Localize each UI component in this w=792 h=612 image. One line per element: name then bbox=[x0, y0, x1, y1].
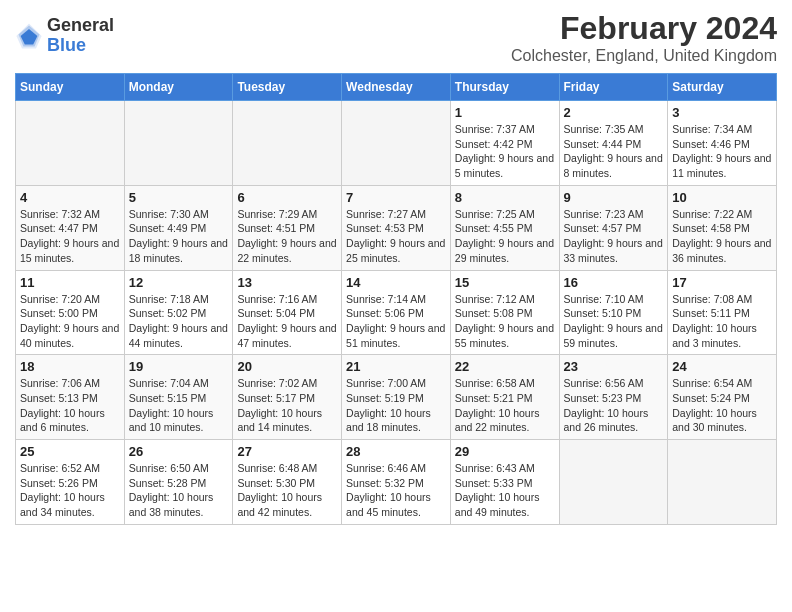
calendar-cell: 17Sunrise: 7:08 AM Sunset: 5:11 PM Dayli… bbox=[668, 270, 777, 355]
calendar-cell bbox=[233, 101, 342, 186]
calendar-cell: 13Sunrise: 7:16 AM Sunset: 5:04 PM Dayli… bbox=[233, 270, 342, 355]
calendar-cell: 12Sunrise: 7:18 AM Sunset: 5:02 PM Dayli… bbox=[124, 270, 233, 355]
page-header: General Blue February 2024 Colchester, E… bbox=[15, 10, 777, 65]
calendar-cell: 10Sunrise: 7:22 AM Sunset: 4:58 PM Dayli… bbox=[668, 185, 777, 270]
week-row-2: 11Sunrise: 7:20 AM Sunset: 5:00 PM Dayli… bbox=[16, 270, 777, 355]
header-cell-thursday: Thursday bbox=[450, 74, 559, 101]
logo-general: General bbox=[47, 16, 114, 36]
cell-info: Sunrise: 7:04 AM Sunset: 5:15 PM Dayligh… bbox=[129, 376, 229, 435]
cell-info: Sunrise: 7:32 AM Sunset: 4:47 PM Dayligh… bbox=[20, 207, 120, 266]
calendar-cell: 18Sunrise: 7:06 AM Sunset: 5:13 PM Dayli… bbox=[16, 355, 125, 440]
cell-info: Sunrise: 6:43 AM Sunset: 5:33 PM Dayligh… bbox=[455, 461, 555, 520]
header-cell-friday: Friday bbox=[559, 74, 668, 101]
calendar-cell: 22Sunrise: 6:58 AM Sunset: 5:21 PM Dayli… bbox=[450, 355, 559, 440]
week-row-3: 18Sunrise: 7:06 AM Sunset: 5:13 PM Dayli… bbox=[16, 355, 777, 440]
cell-day-number: 23 bbox=[564, 359, 664, 374]
cell-info: Sunrise: 6:54 AM Sunset: 5:24 PM Dayligh… bbox=[672, 376, 772, 435]
cell-info: Sunrise: 7:30 AM Sunset: 4:49 PM Dayligh… bbox=[129, 207, 229, 266]
cell-day-number: 10 bbox=[672, 190, 772, 205]
calendar-table: SundayMondayTuesdayWednesdayThursdayFrid… bbox=[15, 73, 777, 525]
calendar-cell: 15Sunrise: 7:12 AM Sunset: 5:08 PM Dayli… bbox=[450, 270, 559, 355]
logo-icon bbox=[15, 22, 43, 50]
logo: General Blue bbox=[15, 16, 114, 56]
calendar-cell: 27Sunrise: 6:48 AM Sunset: 5:30 PM Dayli… bbox=[233, 440, 342, 525]
cell-day-number: 19 bbox=[129, 359, 229, 374]
cell-info: Sunrise: 7:37 AM Sunset: 4:42 PM Dayligh… bbox=[455, 122, 555, 181]
cell-day-number: 4 bbox=[20, 190, 120, 205]
cell-info: Sunrise: 6:56 AM Sunset: 5:23 PM Dayligh… bbox=[564, 376, 664, 435]
calendar-cell: 21Sunrise: 7:00 AM Sunset: 5:19 PM Dayli… bbox=[342, 355, 451, 440]
cell-info: Sunrise: 6:58 AM Sunset: 5:21 PM Dayligh… bbox=[455, 376, 555, 435]
calendar-cell: 1Sunrise: 7:37 AM Sunset: 4:42 PM Daylig… bbox=[450, 101, 559, 186]
cell-day-number: 20 bbox=[237, 359, 337, 374]
cell-day-number: 15 bbox=[455, 275, 555, 290]
cell-info: Sunrise: 7:00 AM Sunset: 5:19 PM Dayligh… bbox=[346, 376, 446, 435]
calendar-cell: 5Sunrise: 7:30 AM Sunset: 4:49 PM Daylig… bbox=[124, 185, 233, 270]
cell-info: Sunrise: 7:22 AM Sunset: 4:58 PM Dayligh… bbox=[672, 207, 772, 266]
cell-day-number: 28 bbox=[346, 444, 446, 459]
calendar-cell: 29Sunrise: 6:43 AM Sunset: 5:33 PM Dayli… bbox=[450, 440, 559, 525]
header-cell-tuesday: Tuesday bbox=[233, 74, 342, 101]
calendar-cell: 24Sunrise: 6:54 AM Sunset: 5:24 PM Dayli… bbox=[668, 355, 777, 440]
cell-info: Sunrise: 7:06 AM Sunset: 5:13 PM Dayligh… bbox=[20, 376, 120, 435]
cell-day-number: 8 bbox=[455, 190, 555, 205]
calendar-cell: 23Sunrise: 6:56 AM Sunset: 5:23 PM Dayli… bbox=[559, 355, 668, 440]
page-title: February 2024 bbox=[511, 10, 777, 47]
cell-day-number: 22 bbox=[455, 359, 555, 374]
cell-day-number: 26 bbox=[129, 444, 229, 459]
calendar-cell: 8Sunrise: 7:25 AM Sunset: 4:55 PM Daylig… bbox=[450, 185, 559, 270]
calendar-cell: 6Sunrise: 7:29 AM Sunset: 4:51 PM Daylig… bbox=[233, 185, 342, 270]
logo-text: General Blue bbox=[47, 16, 114, 56]
cell-day-number: 18 bbox=[20, 359, 120, 374]
header-row: SundayMondayTuesdayWednesdayThursdayFrid… bbox=[16, 74, 777, 101]
cell-info: Sunrise: 7:08 AM Sunset: 5:11 PM Dayligh… bbox=[672, 292, 772, 351]
cell-day-number: 17 bbox=[672, 275, 772, 290]
header-cell-wednesday: Wednesday bbox=[342, 74, 451, 101]
header-cell-sunday: Sunday bbox=[16, 74, 125, 101]
cell-day-number: 2 bbox=[564, 105, 664, 120]
calendar-cell: 20Sunrise: 7:02 AM Sunset: 5:17 PM Dayli… bbox=[233, 355, 342, 440]
calendar-header: SundayMondayTuesdayWednesdayThursdayFrid… bbox=[16, 74, 777, 101]
calendar-cell: 9Sunrise: 7:23 AM Sunset: 4:57 PM Daylig… bbox=[559, 185, 668, 270]
calendar-cell: 11Sunrise: 7:20 AM Sunset: 5:00 PM Dayli… bbox=[16, 270, 125, 355]
calendar-cell: 4Sunrise: 7:32 AM Sunset: 4:47 PM Daylig… bbox=[16, 185, 125, 270]
cell-day-number: 12 bbox=[129, 275, 229, 290]
cell-info: Sunrise: 7:02 AM Sunset: 5:17 PM Dayligh… bbox=[237, 376, 337, 435]
cell-info: Sunrise: 7:34 AM Sunset: 4:46 PM Dayligh… bbox=[672, 122, 772, 181]
calendar-cell: 19Sunrise: 7:04 AM Sunset: 5:15 PM Dayli… bbox=[124, 355, 233, 440]
calendar-cell: 26Sunrise: 6:50 AM Sunset: 5:28 PM Dayli… bbox=[124, 440, 233, 525]
calendar-cell: 3Sunrise: 7:34 AM Sunset: 4:46 PM Daylig… bbox=[668, 101, 777, 186]
calendar-cell: 14Sunrise: 7:14 AM Sunset: 5:06 PM Dayli… bbox=[342, 270, 451, 355]
page-subtitle: Colchester, England, United Kingdom bbox=[511, 47, 777, 65]
cell-day-number: 16 bbox=[564, 275, 664, 290]
cell-day-number: 11 bbox=[20, 275, 120, 290]
cell-info: Sunrise: 7:27 AM Sunset: 4:53 PM Dayligh… bbox=[346, 207, 446, 266]
calendar-cell: 25Sunrise: 6:52 AM Sunset: 5:26 PM Dayli… bbox=[16, 440, 125, 525]
cell-day-number: 21 bbox=[346, 359, 446, 374]
cell-info: Sunrise: 7:23 AM Sunset: 4:57 PM Dayligh… bbox=[564, 207, 664, 266]
header-cell-monday: Monday bbox=[124, 74, 233, 101]
cell-day-number: 1 bbox=[455, 105, 555, 120]
cell-day-number: 13 bbox=[237, 275, 337, 290]
cell-info: Sunrise: 7:18 AM Sunset: 5:02 PM Dayligh… bbox=[129, 292, 229, 351]
cell-info: Sunrise: 7:20 AM Sunset: 5:00 PM Dayligh… bbox=[20, 292, 120, 351]
cell-day-number: 25 bbox=[20, 444, 120, 459]
calendar-cell bbox=[342, 101, 451, 186]
cell-day-number: 14 bbox=[346, 275, 446, 290]
cell-info: Sunrise: 6:48 AM Sunset: 5:30 PM Dayligh… bbox=[237, 461, 337, 520]
cell-day-number: 29 bbox=[455, 444, 555, 459]
cell-day-number: 24 bbox=[672, 359, 772, 374]
calendar-cell: 28Sunrise: 6:46 AM Sunset: 5:32 PM Dayli… bbox=[342, 440, 451, 525]
cell-info: Sunrise: 7:29 AM Sunset: 4:51 PM Dayligh… bbox=[237, 207, 337, 266]
cell-info: Sunrise: 7:10 AM Sunset: 5:10 PM Dayligh… bbox=[564, 292, 664, 351]
cell-info: Sunrise: 6:52 AM Sunset: 5:26 PM Dayligh… bbox=[20, 461, 120, 520]
week-row-1: 4Sunrise: 7:32 AM Sunset: 4:47 PM Daylig… bbox=[16, 185, 777, 270]
cell-info: Sunrise: 6:50 AM Sunset: 5:28 PM Dayligh… bbox=[129, 461, 229, 520]
calendar-cell: 7Sunrise: 7:27 AM Sunset: 4:53 PM Daylig… bbox=[342, 185, 451, 270]
cell-info: Sunrise: 7:12 AM Sunset: 5:08 PM Dayligh… bbox=[455, 292, 555, 351]
cell-info: Sunrise: 7:16 AM Sunset: 5:04 PM Dayligh… bbox=[237, 292, 337, 351]
cell-info: Sunrise: 7:14 AM Sunset: 5:06 PM Dayligh… bbox=[346, 292, 446, 351]
cell-day-number: 9 bbox=[564, 190, 664, 205]
cell-info: Sunrise: 7:35 AM Sunset: 4:44 PM Dayligh… bbox=[564, 122, 664, 181]
week-row-0: 1Sunrise: 7:37 AM Sunset: 4:42 PM Daylig… bbox=[16, 101, 777, 186]
